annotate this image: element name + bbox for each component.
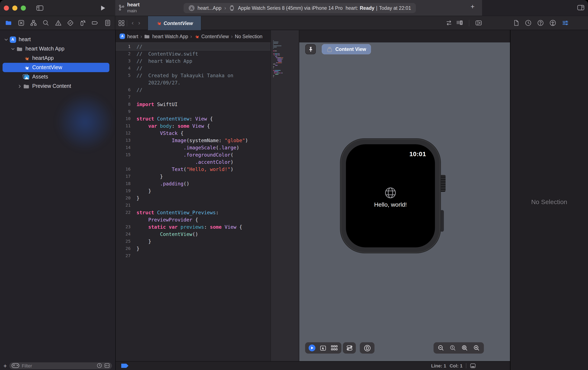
code-line[interactable]: 24 ContentView() [116,230,271,238]
code-line[interactable]: 4// [116,65,271,72]
code-review-icon[interactable] [446,20,452,26]
watch-screen[interactable]: 10:01 Hello, world! [346,144,435,247]
code-line[interactable]: 2022/09/27. [116,79,271,86]
minimize-window-button[interactable] [12,6,17,11]
code-line[interactable]: 1// [116,43,271,50]
back-button[interactable]: ‹ [129,20,136,26]
code-line[interactable]: 14 .imageScale(.large) [116,144,271,151]
crumb-project[interactable]: heart [127,34,138,39]
device-bezel-button[interactable] [364,344,371,351]
code-line[interactable]: 11 var body: some View { [116,122,271,130]
code-line[interactable]: 20} [116,194,271,202]
code-line[interactable]: 23 static var previews: some View { [116,223,271,230]
breakpoint-navigator-tab-icon[interactable] [92,20,99,26]
quick-help-inspector-icon[interactable] [537,20,544,26]
code-line[interactable]: 12 VStack { [116,130,271,137]
library-add-button[interactable]: + [471,3,475,11]
zoom-100-icon[interactable] [449,345,456,351]
code-line[interactable]: 3// heart Watch App [116,57,271,65]
accessibility-inspector-icon[interactable] [549,20,556,26]
code-line[interactable]: 18 .padding() [116,180,271,187]
code-line[interactable]: 10struct ContentView: View { [116,115,271,122]
code-line[interactable]: 9 [116,108,271,115]
breakpoints-toggle-icon[interactable] [121,364,128,368]
crumb-group[interactable]: heart Watch App [152,34,188,39]
test-navigator-tab-icon[interactable] [67,20,74,26]
app-project-icon: A [9,36,16,43]
nav-tree-item-heart-watch-app[interactable]: heart Watch App [2,44,109,54]
live-preview-button[interactable] [309,345,315,351]
chevron-down-icon[interactable] [10,47,15,51]
close-window-button[interactable] [4,6,9,11]
crumb-file[interactable]: ContentView [201,34,229,39]
code-line[interactable]: 16 Text("Hello, world!") [116,165,271,173]
toggle-inspector-icon[interactable] [577,4,585,11]
scheme-selector[interactable]: A heart...App › Apple Watch Series 8 (45… [184,3,416,13]
related-items-icon[interactable] [118,20,125,26]
filter-icon[interactable] [11,363,20,368]
zoom-out-icon[interactable] [438,345,444,351]
jump-bar[interactable]: A heart › heart Watch App › ContentView … [116,30,271,43]
zoom-in-icon[interactable] [473,345,480,351]
code-line[interactable]: PreviewProvider { [116,216,271,223]
variants-mode-button[interactable] [331,345,338,351]
toggle-navigator-icon[interactable] [36,5,44,11]
zoom-fit-icon[interactable] [461,345,468,351]
symbol-navigator-tab-icon[interactable] [30,20,37,26]
filter-field[interactable]: Filter [9,362,112,369]
nav-tree-item-preview-content[interactable]: Preview Content [2,81,109,91]
zoom-window-button[interactable] [21,6,26,11]
file-inspector-icon[interactable] [513,20,519,26]
forward-button[interactable]: › [136,20,142,26]
pin-preview-button[interactable] [305,44,316,54]
device-settings-button[interactable] [346,345,353,351]
code-line[interactable]: 26} [116,245,271,252]
report-navigator-tab-icon[interactable] [104,20,111,26]
code-line[interactable]: 21 [116,202,271,209]
scheme-app-label[interactable]: heart...App [198,6,221,11]
recent-files-icon[interactable] [97,363,102,368]
source-editor[interactable]: 1//2// ContentView.swift3// heart Watch … [116,43,271,361]
run-destination-label[interactable]: Apple Watch Series 8 (45mm) via iPhone 1… [238,6,343,11]
code-line[interactable]: 19 } [116,187,271,194]
code-line[interactable]: 7 [116,93,271,100]
run-button[interactable] [100,5,105,11]
debug-navigator-tab-icon[interactable] [80,20,86,26]
crumb-selection[interactable]: No Selection [235,34,262,39]
code-line[interactable]: 2// ContentView.swift [116,50,271,57]
add-editor-icon[interactable] [475,20,482,26]
project-block[interactable]: heart main [118,2,140,13]
code-line[interactable]: 15 .foregroundColor( [116,151,271,158]
nav-tree-item-heartapp[interactable]: heartApp [2,54,109,63]
source-control-navigator-tab-icon[interactable] [18,20,25,26]
code-line[interactable]: 25 } [116,238,271,245]
preview-name-pill[interactable]: Content View [322,44,371,54]
attributes-inspector-icon[interactable] [562,20,569,26]
code-line[interactable]: 27 [116,252,271,259]
minimap[interactable] [271,30,299,361]
dock-bottom-icon[interactable] [470,363,476,369]
code-line[interactable]: .accentColor) [116,158,271,165]
minimap-bar [273,47,277,48]
code-line[interactable]: 5// Created by Takayuki Tanaka on [116,72,271,79]
code-line[interactable]: 13 Image(systemName: "globe") [116,137,271,144]
nav-tree-item-assets[interactable]: Assets [2,72,109,81]
code-line[interactable]: 6// [116,86,271,93]
issue-navigator-tab-icon[interactable] [54,20,62,26]
add-file-icon[interactable]: + [3,363,7,369]
chevron-right-icon[interactable] [17,84,22,88]
nav-item-label: Preview Content [32,83,71,89]
source-control-filter-icon[interactable] [104,363,110,368]
project-navigator-tab-icon[interactable] [5,20,12,26]
find-navigator-tab-icon[interactable] [42,20,49,26]
editor-options-icon[interactable] [456,20,463,26]
code-line[interactable]: 22struct ContentView_Previews: [116,209,271,216]
chevron-down-icon[interactable] [3,38,9,41]
history-inspector-icon[interactable] [525,20,532,26]
nav-tree-item-contentview[interactable]: ContentView [2,63,109,72]
nav-tree-item-heart[interactable]: Aheart [2,35,109,44]
selectable-mode-button[interactable] [320,345,326,351]
t ab-contentview[interactable]: ContentView [147,16,201,30]
code-line[interactable]: 8import SwiftUI [116,100,271,108]
code-line[interactable]: 17 } [116,173,271,180]
